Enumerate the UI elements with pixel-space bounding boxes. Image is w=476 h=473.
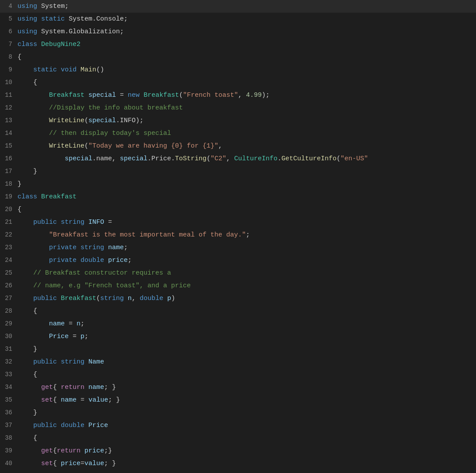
line-content-27: public Breakfast(string n, double p) bbox=[18, 293, 467, 305]
code-line-7: 7 class DebugNine2 bbox=[0, 38, 476, 51]
code-line-30: 30 Price = p; bbox=[0, 330, 476, 343]
line-content-6: using System.Globalization; bbox=[18, 26, 467, 38]
code-line-31: 31 } bbox=[0, 343, 476, 356]
line-content-40: set{ price=value; } bbox=[18, 458, 467, 470]
line-num-25: 25 bbox=[0, 267, 18, 279]
code-line-6: 6 using System.Globalization; bbox=[0, 25, 476, 38]
line-num-15: 15 bbox=[0, 140, 18, 152]
line-content-32: public string Name bbox=[18, 356, 467, 368]
line-num-32: 32 bbox=[0, 356, 18, 368]
line-content-8: { bbox=[18, 51, 467, 64]
line-num-33: 33 bbox=[0, 368, 18, 381]
line-content-37: public double Price bbox=[18, 420, 467, 432]
line-content-17: } bbox=[18, 166, 467, 178]
line-num-29: 29 bbox=[0, 318, 18, 330]
line-content-38: { bbox=[18, 432, 467, 445]
line-content-18: } bbox=[18, 178, 467, 191]
code-line-16: 16 special.name, special.Price.ToString(… bbox=[0, 152, 476, 165]
code-line-37: 37 public double Price bbox=[0, 419, 476, 432]
line-num-7: 7 bbox=[0, 38, 18, 50]
line-num-19: 19 bbox=[0, 191, 18, 203]
line-num-34: 34 bbox=[0, 381, 18, 393]
code-line-28: 28 { bbox=[0, 305, 476, 318]
line-num-37: 37 bbox=[0, 419, 18, 431]
code-line-5: 5 using static System.Console; bbox=[0, 13, 476, 25]
line-content-9: static void Main() bbox=[18, 64, 467, 76]
line-content-23: private string name; bbox=[18, 242, 467, 254]
code-line-8: 8 { bbox=[0, 51, 476, 64]
code-line-25: 25 // Breakfast constructor requires a bbox=[0, 267, 476, 279]
line-num-10: 10 bbox=[0, 76, 18, 88]
line-num-23: 23 bbox=[0, 241, 18, 254]
line-num-5: 5 bbox=[0, 13, 18, 25]
code-line-18: 18 } bbox=[0, 178, 476, 191]
line-content-31: } bbox=[18, 343, 467, 356]
line-content-24: private double price; bbox=[18, 254, 467, 267]
line-num-41: 41 bbox=[0, 470, 18, 473]
code-line-12: 12 //Display the info about breakfast bbox=[0, 102, 476, 114]
line-num-13: 13 bbox=[0, 114, 18, 127]
code-line-21: 21 public string INFO = bbox=[0, 216, 476, 229]
code-line-26: 26 // name, e.g "French toast", and a pr… bbox=[0, 279, 476, 292]
code-line-32: 32 public string Name bbox=[0, 356, 476, 368]
line-content-16: special.name, special.Price.ToString("C2… bbox=[18, 153, 467, 165]
code-line-27: 27 public Breakfast(string n, double p) bbox=[0, 292, 476, 305]
line-num-14: 14 bbox=[0, 127, 18, 139]
line-content-7: class DebugNine2 bbox=[18, 39, 467, 51]
code-line-4: 4 using System; bbox=[0, 0, 476, 13]
code-line-20: 20 { bbox=[0, 203, 476, 216]
line-num-4: 4 bbox=[0, 0, 18, 12]
code-line-40: 40 set{ price=value; } bbox=[0, 457, 476, 470]
code-line-19: 19 class Breakfast bbox=[0, 191, 476, 203]
line-content-21: public string INFO = bbox=[18, 216, 467, 229]
code-line-38: 38 { bbox=[0, 432, 476, 445]
line-num-17: 17 bbox=[0, 165, 18, 177]
line-num-16: 16 bbox=[0, 152, 18, 165]
line-content-36: } bbox=[18, 407, 467, 419]
line-content-26: // name, e.g "French toast", and a price bbox=[18, 280, 467, 292]
line-content-5: using static System.Console; bbox=[18, 13, 467, 25]
line-num-11: 11 bbox=[0, 89, 18, 101]
line-content-29: name = n; bbox=[18, 318, 467, 330]
line-content-34: get{ return name; } bbox=[18, 381, 467, 394]
line-content-33: { bbox=[18, 369, 467, 381]
code-line-36: 36 } bbox=[0, 406, 476, 419]
line-num-9: 9 bbox=[0, 64, 18, 76]
code-line-34: 34 get{ return name; } bbox=[0, 381, 476, 394]
line-content-10: { bbox=[18, 77, 467, 89]
line-content-39: get{return price;} bbox=[18, 445, 467, 457]
line-content-28: { bbox=[18, 305, 467, 318]
code-line-23: 23 private string name; bbox=[0, 241, 476, 254]
line-content-12: //Display the info about breakfast bbox=[18, 102, 467, 114]
line-content-35: set{ name = value; } bbox=[18, 394, 467, 406]
code-line-41: 41 } bbox=[0, 470, 476, 473]
code-line-13: 13 WriteLine(special.INFO); bbox=[0, 114, 476, 127]
line-content-11: Breakfast special = new Breakfast("Frenc… bbox=[18, 89, 467, 102]
line-num-40: 40 bbox=[0, 457, 18, 469]
code-editor: 4 using System; 5 using static System.Co… bbox=[0, 0, 476, 473]
line-num-22: 22 bbox=[0, 229, 18, 241]
line-num-31: 31 bbox=[0, 343, 18, 355]
line-content-25: // Breakfast constructor requires a bbox=[18, 267, 467, 279]
line-content-30: Price = p; bbox=[18, 331, 467, 343]
line-content-19: class Breakfast bbox=[18, 191, 467, 203]
line-num-26: 26 bbox=[0, 279, 18, 292]
code-line-22: 22 "Breakfast is the most important meal… bbox=[0, 229, 476, 241]
code-line-11: 11 Breakfast special = new Breakfast("Fr… bbox=[0, 89, 476, 102]
line-num-36: 36 bbox=[0, 406, 18, 419]
code-line-39: 39 get{return price;} bbox=[0, 445, 476, 457]
line-num-38: 38 bbox=[0, 432, 18, 444]
line-content-41: } bbox=[18, 470, 467, 473]
code-line-15: 15 WriteLine("Today we are having {0} fo… bbox=[0, 140, 476, 152]
code-line-10: 10 { bbox=[0, 76, 476, 89]
code-line-9: 9 static void Main() bbox=[0, 64, 476, 76]
line-num-28: 28 bbox=[0, 305, 18, 317]
line-content-4: using System; bbox=[18, 0, 467, 13]
line-num-35: 35 bbox=[0, 394, 18, 406]
code-line-24: 24 private double price; bbox=[0, 254, 476, 267]
line-num-8: 8 bbox=[0, 51, 18, 63]
line-num-6: 6 bbox=[0, 25, 18, 38]
line-num-30: 30 bbox=[0, 330, 18, 342]
code-line-33: 33 { bbox=[0, 368, 476, 381]
line-content-15: WriteLine("Today we are having {0} for {… bbox=[18, 140, 467, 152]
